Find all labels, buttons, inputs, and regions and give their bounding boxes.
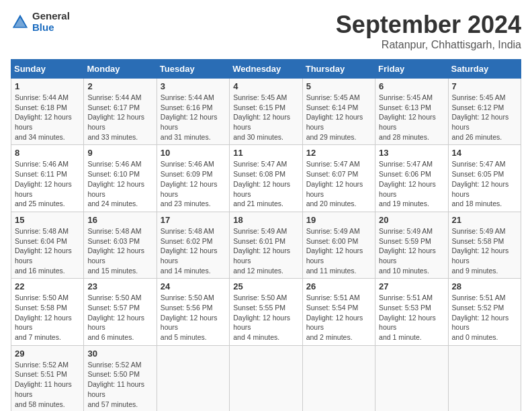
logo-general: General bbox=[32, 11, 70, 22]
day-detail: Sunrise: 5:49 AMSunset: 6:01 PMDaylight:… bbox=[233, 226, 298, 275]
calendar-cell bbox=[448, 345, 521, 411]
day-number: 23 bbox=[87, 281, 152, 291]
logo: General Blue bbox=[11, 11, 70, 33]
calendar-cell: 8 Sunrise: 5:46 AMSunset: 6:11 PMDayligh… bbox=[11, 145, 84, 212]
calendar-cell: 18 Sunrise: 5:49 AMSunset: 6:01 PMDaylig… bbox=[230, 212, 302, 278]
day-number: 21 bbox=[452, 215, 517, 225]
week-row-1: 1 Sunrise: 5:44 AMSunset: 6:18 PMDayligh… bbox=[11, 79, 521, 145]
day-detail: Sunrise: 5:47 AMSunset: 6:06 PMDaylight:… bbox=[379, 159, 444, 208]
header-sunday: Sunday bbox=[11, 60, 84, 79]
calendar-cell: 25 Sunrise: 5:50 AMSunset: 5:55 PMDaylig… bbox=[230, 279, 302, 345]
day-number: 5 bbox=[306, 81, 371, 91]
day-number: 7 bbox=[452, 81, 517, 91]
header-tuesday: Tuesday bbox=[157, 60, 229, 79]
calendar-cell: 16 Sunrise: 5:48 AMSunset: 6:03 PMDaylig… bbox=[84, 212, 157, 278]
calendar-cell: 9 Sunrise: 5:46 AMSunset: 6:10 PMDayligh… bbox=[84, 145, 157, 212]
day-detail: Sunrise: 5:45 AMSunset: 6:12 PMDaylight:… bbox=[452, 93, 517, 142]
day-number: 27 bbox=[379, 281, 444, 291]
day-detail: Sunrise: 5:46 AMSunset: 6:11 PMDaylight:… bbox=[15, 159, 80, 208]
day-detail: Sunrise: 5:46 AMSunset: 6:10 PMDaylight:… bbox=[87, 159, 152, 208]
day-detail: Sunrise: 5:52 AMSunset: 5:51 PMDaylight:… bbox=[15, 360, 80, 409]
week-row-3: 15 Sunrise: 5:48 AMSunset: 6:04 PMDaylig… bbox=[11, 212, 521, 278]
day-detail: Sunrise: 5:47 AMSunset: 6:05 PMDaylight:… bbox=[452, 159, 517, 208]
calendar-cell: 24 Sunrise: 5:50 AMSunset: 5:56 PMDaylig… bbox=[157, 279, 229, 345]
header-wednesday: Wednesday bbox=[230, 60, 302, 79]
calendar-cell: 27 Sunrise: 5:51 AMSunset: 5:53 PMDaylig… bbox=[375, 279, 448, 345]
day-number: 13 bbox=[379, 148, 444, 158]
week-row-4: 22 Sunrise: 5:50 AMSunset: 5:58 PMDaylig… bbox=[11, 279, 521, 345]
day-number: 1 bbox=[15, 81, 80, 91]
calendar-cell: 20 Sunrise: 5:49 AMSunset: 5:59 PMDaylig… bbox=[375, 212, 448, 278]
day-number: 4 bbox=[233, 81, 298, 91]
calendar-cell: 26 Sunrise: 5:51 AMSunset: 5:54 PMDaylig… bbox=[302, 279, 375, 345]
calendar-cell bbox=[230, 345, 302, 411]
calendar-cell: 13 Sunrise: 5:47 AMSunset: 6:06 PMDaylig… bbox=[375, 145, 448, 212]
calendar-cell bbox=[375, 345, 448, 411]
day-number: 26 bbox=[306, 281, 371, 291]
location-title: Ratanpur, Chhattisgarh, India bbox=[336, 39, 521, 51]
day-detail: Sunrise: 5:49 AMSunset: 6:00 PMDaylight:… bbox=[306, 226, 371, 275]
logo-text: General Blue bbox=[32, 11, 70, 33]
calendar-table: Sunday Monday Tuesday Wednesday Thursday… bbox=[11, 59, 521, 411]
header-monday: Monday bbox=[84, 60, 157, 79]
days-header-row: Sunday Monday Tuesday Wednesday Thursday… bbox=[11, 60, 521, 79]
calendar-cell: 2 Sunrise: 5:44 AMSunset: 6:17 PMDayligh… bbox=[84, 79, 157, 145]
logo-icon bbox=[11, 13, 30, 32]
day-detail: Sunrise: 5:50 AMSunset: 5:58 PMDaylight:… bbox=[15, 293, 80, 342]
calendar-cell: 29 Sunrise: 5:52 AMSunset: 5:51 PMDaylig… bbox=[11, 345, 84, 411]
header-thursday: Thursday bbox=[302, 60, 375, 79]
calendar-cell: 17 Sunrise: 5:48 AMSunset: 6:02 PMDaylig… bbox=[157, 212, 229, 278]
calendar-cell: 30 Sunrise: 5:52 AMSunset: 5:50 PMDaylig… bbox=[84, 345, 157, 411]
day-detail: Sunrise: 5:45 AMSunset: 6:13 PMDaylight:… bbox=[379, 93, 444, 142]
day-number: 9 bbox=[87, 148, 152, 158]
day-detail: Sunrise: 5:44 AMSunset: 6:17 PMDaylight:… bbox=[87, 93, 152, 142]
calendar-cell bbox=[302, 345, 375, 411]
day-number: 28 bbox=[452, 281, 517, 291]
day-detail: Sunrise: 5:48 AMSunset: 6:02 PMDaylight:… bbox=[161, 226, 226, 275]
day-detail: Sunrise: 5:50 AMSunset: 5:57 PMDaylight:… bbox=[87, 293, 152, 342]
day-detail: Sunrise: 5:52 AMSunset: 5:50 PMDaylight:… bbox=[87, 360, 152, 409]
day-number: 22 bbox=[15, 281, 80, 291]
calendar-cell: 12 Sunrise: 5:47 AMSunset: 6:07 PMDaylig… bbox=[302, 145, 375, 212]
month-title: September 2024 bbox=[336, 11, 521, 39]
day-number: 6 bbox=[379, 81, 444, 91]
day-detail: Sunrise: 5:51 AMSunset: 5:52 PMDaylight:… bbox=[452, 293, 517, 342]
day-detail: Sunrise: 5:45 AMSunset: 6:14 PMDaylight:… bbox=[306, 93, 371, 142]
week-row-2: 8 Sunrise: 5:46 AMSunset: 6:11 PMDayligh… bbox=[11, 145, 521, 212]
day-number: 19 bbox=[306, 215, 371, 225]
calendar-cell: 11 Sunrise: 5:47 AMSunset: 6:08 PMDaylig… bbox=[230, 145, 302, 212]
day-detail: Sunrise: 5:45 AMSunset: 6:15 PMDaylight:… bbox=[233, 93, 298, 142]
logo-blue: Blue bbox=[32, 22, 70, 34]
day-detail: Sunrise: 5:50 AMSunset: 5:55 PMDaylight:… bbox=[233, 293, 298, 342]
calendar-cell: 5 Sunrise: 5:45 AMSunset: 6:14 PMDayligh… bbox=[302, 79, 375, 145]
day-detail: Sunrise: 5:46 AMSunset: 6:09 PMDaylight:… bbox=[161, 159, 226, 208]
calendar-cell bbox=[157, 345, 229, 411]
day-detail: Sunrise: 5:50 AMSunset: 5:56 PMDaylight:… bbox=[161, 293, 226, 342]
day-detail: Sunrise: 5:44 AMSunset: 6:16 PMDaylight:… bbox=[161, 93, 226, 142]
calendar-cell: 7 Sunrise: 5:45 AMSunset: 6:12 PMDayligh… bbox=[448, 79, 521, 145]
day-detail: Sunrise: 5:47 AMSunset: 6:07 PMDaylight:… bbox=[306, 159, 371, 208]
week-row-5: 29 Sunrise: 5:52 AMSunset: 5:51 PMDaylig… bbox=[11, 345, 521, 411]
calendar-cell: 1 Sunrise: 5:44 AMSunset: 6:18 PMDayligh… bbox=[11, 79, 84, 145]
header-saturday: Saturday bbox=[448, 60, 521, 79]
day-number: 8 bbox=[15, 148, 80, 158]
day-number: 24 bbox=[161, 281, 226, 291]
day-number: 3 bbox=[161, 81, 226, 91]
day-detail: Sunrise: 5:51 AMSunset: 5:53 PMDaylight:… bbox=[379, 293, 444, 342]
day-number: 29 bbox=[15, 349, 80, 359]
header-friday: Friday bbox=[375, 60, 448, 79]
day-detail: Sunrise: 5:49 AMSunset: 5:59 PMDaylight:… bbox=[379, 226, 444, 275]
calendar-cell: 10 Sunrise: 5:46 AMSunset: 6:09 PMDaylig… bbox=[157, 145, 229, 212]
day-number: 12 bbox=[306, 148, 371, 158]
title-block: September 2024 Ratanpur, Chhattisgarh, I… bbox=[336, 11, 521, 51]
day-number: 11 bbox=[233, 148, 298, 158]
day-number: 10 bbox=[161, 148, 226, 158]
calendar-cell: 6 Sunrise: 5:45 AMSunset: 6:13 PMDayligh… bbox=[375, 79, 448, 145]
day-detail: Sunrise: 5:47 AMSunset: 6:08 PMDaylight:… bbox=[233, 159, 298, 208]
page-header: General Blue September 2024 Ratanpur, Ch… bbox=[11, 11, 521, 51]
day-number: 2 bbox=[87, 81, 152, 91]
day-number: 30 bbox=[87, 349, 152, 359]
day-number: 18 bbox=[233, 215, 298, 225]
day-detail: Sunrise: 5:49 AMSunset: 5:58 PMDaylight:… bbox=[452, 226, 517, 275]
day-detail: Sunrise: 5:51 AMSunset: 5:54 PMDaylight:… bbox=[306, 293, 371, 342]
